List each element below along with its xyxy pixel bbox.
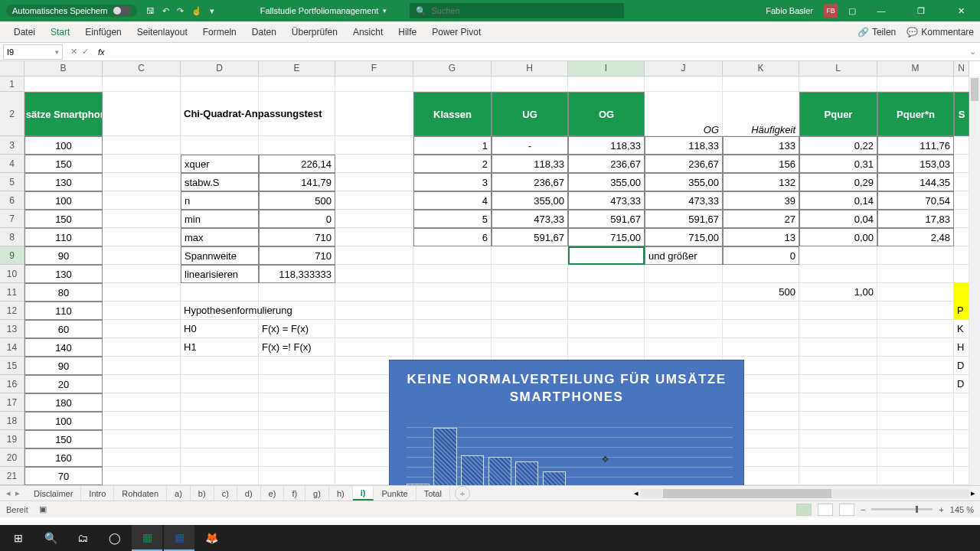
cell-C1[interactable] bbox=[103, 77, 181, 92]
ribbon-tab-formeln[interactable]: Formeln bbox=[195, 21, 244, 42]
cell-D16[interactable] bbox=[181, 375, 259, 393]
cell-C21[interactable] bbox=[103, 467, 181, 485]
col-header-L[interactable]: L bbox=[799, 61, 877, 77]
cell-H13[interactable] bbox=[492, 320, 568, 338]
cell-E9[interactable]: 710 bbox=[259, 246, 335, 265]
view-pagelayout-button[interactable] bbox=[818, 504, 833, 516]
cell-D9[interactable]: Spannweite bbox=[181, 246, 259, 265]
cell-E18[interactable] bbox=[259, 412, 335, 430]
cell-M9[interactable] bbox=[877, 246, 954, 265]
cell-K7[interactable]: 27 bbox=[723, 210, 799, 228]
cell-L15[interactable] bbox=[799, 357, 877, 375]
cell-G11[interactable] bbox=[413, 283, 492, 302]
cell-D5[interactable]: stabw.S bbox=[181, 173, 259, 191]
confirm-icon[interactable]: ✓ bbox=[82, 47, 89, 57]
cell-L16[interactable] bbox=[799, 375, 877, 393]
cell-F8[interactable] bbox=[335, 228, 413, 246]
zoom-in-button[interactable]: + bbox=[939, 505, 943, 514]
cell-M21[interactable] bbox=[877, 467, 954, 485]
cell-J3[interactable]: 118,33 bbox=[645, 136, 723, 155]
cell-C12[interactable] bbox=[103, 302, 181, 320]
cell-N1[interactable] bbox=[954, 77, 969, 92]
cell-J13[interactable] bbox=[645, 320, 723, 338]
cell-D17[interactable] bbox=[181, 393, 259, 412]
col-header-I[interactable]: I bbox=[568, 61, 645, 77]
cell-G1[interactable] bbox=[413, 77, 492, 92]
ribbon-tab-einfügen[interactable]: Einfügen bbox=[77, 21, 129, 42]
row-header-7[interactable]: 7 bbox=[0, 210, 24, 228]
cell-D14[interactable]: H1 bbox=[181, 338, 259, 357]
row-header-3[interactable]: 3 bbox=[0, 136, 24, 155]
cell-K8[interactable]: 13 bbox=[723, 228, 799, 246]
taskbar-search-icon[interactable]: 🔍 bbox=[35, 525, 66, 551]
ribbon-tab-power pivot[interactable]: Power Pivot bbox=[424, 21, 488, 42]
cell-I7[interactable]: 591,67 bbox=[568, 210, 645, 228]
cell-D19[interactable] bbox=[181, 430, 259, 448]
cell-K11[interactable]: 500 bbox=[723, 283, 799, 302]
cell-E14[interactable]: F(x) =! F(x) bbox=[259, 338, 335, 357]
cell-N4[interactable] bbox=[954, 155, 969, 173]
cell-F7[interactable] bbox=[335, 210, 413, 228]
cell-E10[interactable]: 118,333333 bbox=[259, 265, 335, 283]
col-header-H[interactable]: H bbox=[492, 61, 568, 77]
cell-M11[interactable] bbox=[877, 283, 954, 302]
cell-M19[interactable] bbox=[877, 430, 954, 448]
cell-H9[interactable] bbox=[492, 246, 568, 265]
taskbar-word[interactable]: ▦ bbox=[164, 525, 194, 551]
name-box[interactable]: I9 ▾ bbox=[3, 44, 63, 60]
taskbar-app-1[interactable]: 🗂 bbox=[67, 525, 98, 551]
cell-H4[interactable]: 118,33 bbox=[492, 155, 568, 173]
cell-D21[interactable] bbox=[181, 467, 259, 485]
cell-D15[interactable] bbox=[181, 357, 259, 375]
cell-D10[interactable]: linearisieren bbox=[181, 265, 259, 283]
expand-formula-icon[interactable]: ⌄ bbox=[965, 47, 980, 57]
cell-J11[interactable] bbox=[645, 283, 723, 302]
cell-F1[interactable] bbox=[335, 77, 413, 92]
share-button[interactable]: 🔗 Teilen bbox=[858, 27, 896, 37]
cell-M2[interactable]: Pquer*n bbox=[877, 92, 954, 136]
cell-M17[interactable] bbox=[877, 393, 954, 412]
ribbon-tab-daten[interactable]: Daten bbox=[244, 21, 284, 42]
cell-L13[interactable] bbox=[799, 320, 877, 338]
cell-H7[interactable]: 473,33 bbox=[492, 210, 568, 228]
ribbon-tab-hilfe[interactable]: Hilfe bbox=[390, 21, 424, 42]
cell-M16[interactable] bbox=[877, 375, 954, 393]
cell-E17[interactable] bbox=[259, 393, 335, 412]
cell-F9[interactable] bbox=[335, 246, 413, 265]
col-header-E[interactable]: E bbox=[259, 61, 335, 77]
cell-E13[interactable]: F(x) = F(x) bbox=[259, 320, 335, 338]
sheet-tab-Intro[interactable]: Intro bbox=[81, 486, 114, 500]
cell-H1[interactable] bbox=[492, 77, 568, 92]
cell-C4[interactable] bbox=[103, 155, 181, 173]
cell-K3[interactable]: 133 bbox=[723, 136, 799, 155]
cell-G10[interactable] bbox=[413, 265, 492, 283]
cell-J4[interactable]: 236,67 bbox=[645, 155, 723, 173]
cell-C18[interactable] bbox=[103, 412, 181, 430]
cell-L1[interactable] bbox=[799, 77, 877, 92]
cell-N17[interactable] bbox=[954, 393, 969, 412]
cell-N12[interactable]: P bbox=[954, 302, 969, 320]
cell-G6[interactable]: 4 bbox=[413, 191, 492, 210]
cell-B6[interactable]: 100 bbox=[24, 191, 103, 210]
zoom-out-button[interactable]: − bbox=[861, 505, 865, 514]
vertical-scrollbar[interactable] bbox=[969, 77, 980, 485]
row-header-2[interactable]: 2 bbox=[0, 92, 24, 136]
cell-C2[interactable] bbox=[103, 92, 181, 136]
add-sheet-button[interactable]: + bbox=[455, 486, 470, 501]
sheet-tab-h[interactable]: h) bbox=[329, 486, 353, 500]
cell-I1[interactable] bbox=[568, 77, 645, 92]
cell-N2[interactable]: S bbox=[954, 92, 969, 136]
cell-C19[interactable] bbox=[103, 430, 181, 448]
cell-F13[interactable] bbox=[335, 320, 413, 338]
cell-J8[interactable]: 715,00 bbox=[645, 228, 723, 246]
taskbar-excel[interactable]: ▦ bbox=[132, 525, 162, 551]
cell-E20[interactable] bbox=[259, 448, 335, 467]
row-header-13[interactable]: 13 bbox=[0, 320, 24, 338]
cell-B21[interactable]: 70 bbox=[24, 467, 103, 485]
ribbon-tab-seitenlayout[interactable]: Seitenlayout bbox=[129, 21, 195, 42]
cell-K2[interactable]: Häufigkeit bbox=[723, 92, 799, 136]
cell-H10[interactable] bbox=[492, 265, 568, 283]
cell-B18[interactable]: 100 bbox=[24, 412, 103, 430]
cell-G3[interactable]: 1 bbox=[413, 136, 492, 155]
cell-I3[interactable]: 118,33 bbox=[568, 136, 645, 155]
